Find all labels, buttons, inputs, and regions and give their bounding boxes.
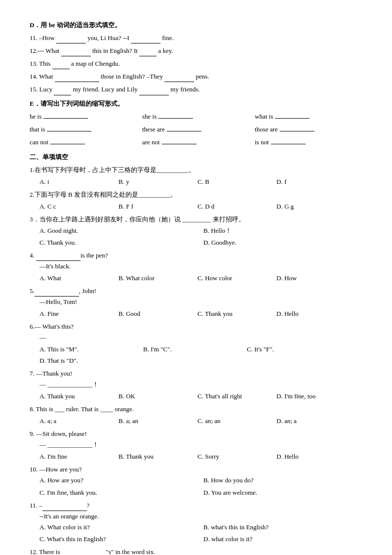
q7-opt-c: C. That's all right <box>197 391 272 402</box>
question-6: 6.— What's this? — A. This is "M". B. I'… <box>30 321 362 366</box>
q3-opt-d: D. Goodbye. <box>203 237 362 248</box>
q2-stem: 2.下面与字母 B 发音没有相同之处的是__________。 <box>30 189 362 200</box>
q8-opt-b: B. a; an <box>118 416 193 427</box>
q8-opt-d: D. an; a <box>276 416 351 427</box>
question-5: 5., John! —Hello, Tom! A. Fine B. Good C… <box>30 286 362 319</box>
q7-opt-b: B. OK <box>118 391 193 402</box>
question-10: 10. —How are you? A. How are you? B. How… <box>30 464 362 498</box>
q6-opt-d: D. That is "D". <box>39 355 138 366</box>
q5-opt-c: C. Thank you <box>197 308 272 319</box>
q6-stem: 6.— What's this? <box>30 321 362 332</box>
q10-opt-c: C. I'm fine, thank you. <box>39 487 198 498</box>
q9-opt-d: D. Hello <box>276 451 351 462</box>
section-e-header: E．请写出下列词组的缩写形式。 <box>30 98 362 109</box>
q7-opt-d: D. I'm fine, too <box>276 391 351 402</box>
question-11: 11. –? --It's an orange orange. A. What … <box>30 500 362 545</box>
q11-response: --It's an orange orange. <box>39 511 362 522</box>
fill-he-is: he is <box>30 111 137 122</box>
question-8: 8. This is ___ ruler. That is ____ orang… <box>30 404 362 427</box>
q2-opt-b: B. F f <box>118 201 193 212</box>
q7-options: A. Thank you B. OK C. That's all right D… <box>39 391 362 402</box>
q11-opt-a: A. What color is it? <box>39 522 198 533</box>
section-d-header: D．用 be 动词的适当形式填空。 <box>30 20 362 31</box>
q10-opt-b: B. How do you do? <box>203 475 362 486</box>
question-2: 2.下面与字母 B 发音没有相同之处的是__________。 A. C c B… <box>30 189 362 212</box>
q4-opt-b: B. What color <box>118 273 193 284</box>
q1-opt-a: A. i <box>39 176 114 187</box>
fill-these-are: these are <box>142 124 250 135</box>
q11-stem: 11. –? <box>30 500 362 511</box>
q5-opt-a: A. Fine <box>39 308 114 319</box>
d-questions: 11. –How you, Li Hua? --I fine. 12.--- W… <box>30 33 362 95</box>
q10-opt-a: A. How are you? <box>39 475 198 486</box>
q4-options: A. What B. What color C. How color D. Ho… <box>39 273 362 284</box>
q-d11: 11. –How you, Li Hua? --I fine. <box>30 33 362 43</box>
q4-response: —It's black. <box>39 261 362 272</box>
question-12: 12. There is "s" in the word six. A. an … <box>30 547 362 555</box>
q4-opt-d: D. How <box>276 273 351 284</box>
fill-what-is: what is <box>255 111 362 122</box>
q9-response: — ______________！ <box>39 439 362 450</box>
q2-options: A. C c B. F f C. D d D. G g <box>39 201 362 212</box>
question-7: 7. —Thank you! — ______________！ A. Than… <box>30 368 362 402</box>
q6-opt-b: B. I'm "C". <box>143 344 242 355</box>
section-two-header: 二、单项填空 <box>30 152 362 163</box>
q9-stem: 9. —Sit down, please! <box>30 428 362 439</box>
q11-opt-c: C. What's this in English? <box>39 534 198 545</box>
q11-opt-d: D. what color is it? <box>203 534 362 545</box>
q-d12: 12.--- What this in English? It a key. <box>30 45 362 56</box>
q11-options: A. What color is it? B. what's this in E… <box>39 522 362 545</box>
q2-opt-c: C. D d <box>197 201 272 212</box>
q1-stem: 1.在书写下列字母时，占上中下三格的字母是__________。 <box>30 165 362 175</box>
q4-stem: 4. is the pen? <box>30 250 362 261</box>
q12-stem: 12. There is "s" in the word six. <box>30 547 362 555</box>
q6-response: — <box>39 332 362 343</box>
question-4: 4. is the pen? —It's black. A. What B. W… <box>30 250 362 284</box>
q5-options: A. Fine B. Good C. Thank you D. Hello <box>39 308 362 319</box>
q10-opt-d: D. You are welcome. <box>203 487 362 498</box>
q5-response: —Hello, Tom! <box>39 297 362 307</box>
q1-opt-b: B. y <box>118 176 193 187</box>
section-e-fills: he is she is what is that is these are t… <box>30 111 362 148</box>
q10-options: A. How are you? B. How do you do? C. I'm… <box>39 475 362 498</box>
q8-options: A. a; a B. a; an C. an; an D. an; a <box>39 416 362 427</box>
q2-opt-d: D. G g <box>276 201 351 212</box>
fill-that-is: that is <box>30 124 137 135</box>
q3-opt-a: A. Good night. <box>39 225 198 236</box>
q8-opt-a: A. a; a <box>39 416 114 427</box>
q1-opt-d: D. f <box>276 176 351 187</box>
q6-options: A. This is "M". B. I'm "C". C. It's "F".… <box>39 344 362 366</box>
q10-stem: 10. —How are you? <box>30 464 362 475</box>
q7-response: — ______________！ <box>39 379 362 390</box>
q4-opt-a: A. What <box>39 273 114 284</box>
q9-opt-a: A. I'm fine <box>39 451 114 462</box>
q1-options: A. i B. y C. B D. f <box>39 176 362 187</box>
fill-are-not: are not <box>142 137 250 148</box>
q6-opt-a: A. This is "M". <box>39 344 138 355</box>
q5-stem: 5., John! <box>30 286 362 297</box>
q5-opt-b: B. Good <box>118 308 193 319</box>
q9-options: A. I'm fine B. Thank you C. Sorry D. Hel… <box>39 451 362 462</box>
q2-opt-a: A. C c <box>39 201 114 212</box>
q-d13: 13. This a map of Chengdu. <box>30 58 362 69</box>
q5-opt-d: D. Hello <box>276 308 351 319</box>
q6-opt-c: C. It's "F". <box>247 344 346 355</box>
q11-opt-b: B. what's this in English? <box>203 522 362 533</box>
q3-options: A. Good night. B. Hello！ C. Thank you. D… <box>39 225 362 248</box>
q7-opt-a: A. Thank you <box>39 391 114 402</box>
q3-opt-c: C. Thank you. <box>39 237 198 248</box>
q9-opt-c: C. Sorry <box>197 451 272 462</box>
question-3: 3．当你在上学路上遇到好朋友时，你应向他（她）说 _________ 来打招呼。… <box>30 214 362 248</box>
q8-opt-c: C. an; an <box>197 416 272 427</box>
q4-opt-c: C. How color <box>197 273 272 284</box>
question-1: 1.在书写下列字母时，占上中下三格的字母是__________。 A. i B.… <box>30 165 362 187</box>
question-9: 9. —Sit down, please! — ______________！ … <box>30 428 362 462</box>
q7-stem: 7. —Thank you! <box>30 368 362 379</box>
q3-opt-b: B. Hello！ <box>203 225 362 236</box>
q-d14: 14. What those in English? –They pens. <box>30 71 362 82</box>
q3-stem: 3．当你在上学路上遇到好朋友时，你应向他（她）说 _________ 来打招呼。 <box>30 214 362 225</box>
fill-can-not: can not <box>30 137 137 148</box>
fill-those-are: those are <box>255 124 362 135</box>
q8-stem: 8. This is ___ ruler. That is ____ orang… <box>30 404 362 415</box>
q-d15: 15. Lucy my friend. Lucy and Lily my fri… <box>30 84 362 95</box>
